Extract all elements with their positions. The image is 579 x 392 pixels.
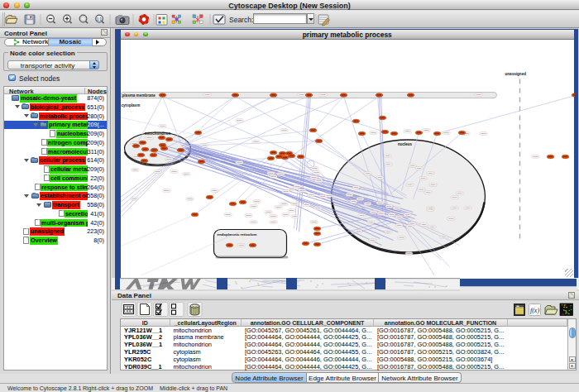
svg-text:unassigned: unassigned: [505, 72, 526, 76]
svg-text:f(x): f(x): [530, 307, 539, 314]
svg-text:nucleus: nucleus: [397, 142, 412, 146]
svg-text:1:1: 1:1: [97, 17, 103, 22]
svg-text:endoplasmic reticulum: endoplasmic reticulum: [217, 232, 256, 237]
svg-text:mitochondrion: mitochondrion: [144, 131, 170, 136]
svg-text:cytoplasm: cytoplasm: [121, 103, 140, 108]
svg-text:plasma membrane: plasma membrane: [122, 93, 156, 98]
